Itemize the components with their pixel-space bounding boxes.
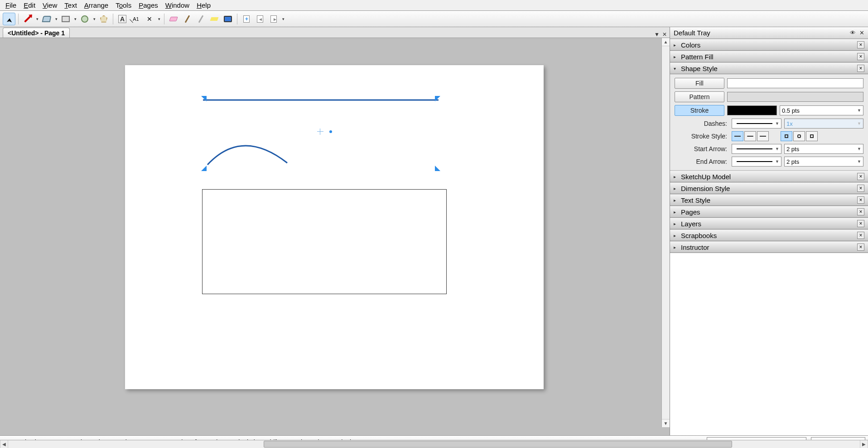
rotation-handle[interactable] xyxy=(329,130,332,133)
pattern-swatch[interactable] xyxy=(727,92,863,102)
line-shape[interactable] xyxy=(203,99,439,101)
line-tool[interactable] xyxy=(21,13,34,25)
panel-colors-close[interactable]: × xyxy=(857,41,864,48)
document-tabstrip: <Untitled> - Page 1 ▼ ✕ xyxy=(0,27,670,38)
polygon-tool[interactable] xyxy=(97,13,110,25)
menu-arrange[interactable]: Arrange xyxy=(81,0,112,10)
menu-file[interactable]: File xyxy=(2,0,20,10)
pattern-toggle[interactable]: Pattern xyxy=(675,91,724,102)
menu-edit[interactable]: Edit xyxy=(20,0,39,10)
end-arrow-dropdown[interactable]: ▼ xyxy=(732,157,781,167)
dimension-tool-dropdown[interactable] xyxy=(157,13,161,25)
menu-tools[interactable]: Tools xyxy=(112,0,135,10)
menu-window[interactable]: Window xyxy=(162,0,193,10)
stroke-toggle[interactable]: Stroke xyxy=(675,105,724,116)
dashes-dropdown[interactable]: ▼ xyxy=(732,119,781,129)
rectangle-shape[interactable] xyxy=(202,189,447,294)
prev-page-button[interactable]: ◄ xyxy=(254,13,266,25)
fill-swatch[interactable] xyxy=(727,78,863,88)
menu-pages[interactable]: Pages xyxy=(135,0,162,10)
toolbar: A A1 ✕ + ◄ ► xyxy=(0,11,868,27)
panel-dimension-close[interactable]: × xyxy=(857,185,864,192)
next-page-button[interactable]: ► xyxy=(267,13,280,25)
line-tool-dropdown[interactable] xyxy=(35,13,39,25)
selection-handle-tr[interactable] xyxy=(435,96,440,101)
end-arrow-size-dropdown[interactable]: 2 pts▼ xyxy=(784,157,863,167)
page-nav-dropdown[interactable] xyxy=(281,13,285,25)
cap-square[interactable] xyxy=(757,131,769,141)
scroll-right-icon[interactable]: ▶ xyxy=(860,440,868,448)
horizontal-scrollbar[interactable]: ◀ ▶ xyxy=(0,440,868,448)
scroll-down-icon[interactable]: ▼ xyxy=(662,419,670,427)
panel-dimension-style[interactable]: ▸Dimension Style× xyxy=(670,182,868,194)
split-tool[interactable] xyxy=(194,13,207,25)
panel-shape-style-close[interactable]: × xyxy=(857,65,864,72)
scroll-left-icon[interactable]: ◀ xyxy=(0,440,8,448)
select-tool[interactable] xyxy=(3,13,15,25)
canvas-area[interactable]: ▲ ▼ xyxy=(0,38,670,435)
vertical-scrollbar[interactable]: ▲ ▼ xyxy=(661,38,670,427)
circle-tool-dropdown[interactable] xyxy=(92,13,96,25)
panel-instructor-close[interactable]: × xyxy=(857,243,864,251)
rectangle-tool-dropdown[interactable] xyxy=(73,13,77,25)
fill-toggle[interactable]: Fill xyxy=(675,78,724,89)
dimension-tool[interactable]: ✕ xyxy=(143,13,156,25)
panel-scrapbooks-close[interactable]: × xyxy=(857,232,864,239)
dash-scale-dropdown[interactable]: 1x▼ xyxy=(784,119,863,129)
hscroll-thumb[interactable] xyxy=(264,441,732,448)
label-tool[interactable]: A1 xyxy=(130,13,142,25)
join-tool[interactable] xyxy=(208,13,221,25)
panel-sketchup-close[interactable]: × xyxy=(857,173,864,180)
panel-layers[interactable]: ▸Layers× xyxy=(670,218,868,229)
panel-instructor[interactable]: ▸Instructor× xyxy=(670,241,868,253)
panel-colors[interactable]: ▸Colors× xyxy=(670,39,868,51)
style-tool[interactable] xyxy=(181,13,193,25)
arc-tool[interactable] xyxy=(40,13,53,25)
panel-pattern-fill[interactable]: ▸Pattern Fill× xyxy=(670,51,868,62)
tray-panel: Default Tray 👁 ✕ ▸Colors× ▸Pattern Fill×… xyxy=(670,27,868,435)
stroke-width-dropdown[interactable]: 0.5 pts▼ xyxy=(780,105,863,115)
arc-shape[interactable] xyxy=(206,136,292,167)
rectangle-tool[interactable] xyxy=(59,13,72,25)
panel-pages-close[interactable]: × xyxy=(857,208,864,215)
panel-text-close[interactable]: × xyxy=(857,196,864,204)
start-arrow-label: Start Arrow: xyxy=(675,145,729,153)
selection-handle-br[interactable] xyxy=(435,166,440,171)
panel-shape-style[interactable]: ▾Shape Style× xyxy=(670,62,868,74)
panel-sketchup-model[interactable]: ▸SketchUp Model× xyxy=(670,171,868,182)
tray-title: Default Tray 👁 ✕ xyxy=(670,27,868,39)
start-arrow-dropdown[interactable]: ▼ xyxy=(732,144,781,154)
join-miter[interactable] xyxy=(781,131,792,141)
menu-view[interactable]: View xyxy=(39,0,61,10)
cap-flat[interactable] xyxy=(732,131,743,141)
join-round[interactable] xyxy=(793,131,805,141)
panel-scrapbooks[interactable]: ▸Scrapbooks× xyxy=(670,229,868,241)
menubar: File Edit View Text Arrange Tools Pages … xyxy=(0,0,868,11)
panel-layers-close[interactable]: × xyxy=(857,220,864,227)
stroke-style-label: Stroke Style: xyxy=(675,133,729,140)
start-arrow-size-dropdown[interactable]: 2 pts▼ xyxy=(784,144,863,154)
tab-close-icon[interactable]: ✕ xyxy=(662,31,667,38)
selection-handle-tl[interactable] xyxy=(201,96,207,101)
presentation-tool[interactable] xyxy=(222,13,234,25)
panel-pages[interactable]: ▸Pages× xyxy=(670,206,868,218)
cap-round[interactable] xyxy=(744,131,756,141)
add-page-button[interactable]: + xyxy=(240,13,253,25)
tray-close-icon[interactable]: ✕ xyxy=(859,29,864,36)
stroke-swatch[interactable] xyxy=(727,105,777,115)
join-bevel[interactable] xyxy=(806,131,818,141)
arc-tool-dropdown[interactable] xyxy=(54,13,58,25)
tab-dropdown-icon[interactable]: ▼ xyxy=(654,31,660,38)
circle-tool[interactable] xyxy=(78,13,91,25)
panel-text-style[interactable]: ▸Text Style× xyxy=(670,194,868,206)
page-canvas[interactable] xyxy=(125,65,544,389)
menu-text[interactable]: Text xyxy=(61,0,81,10)
menu-help[interactable]: Help xyxy=(193,0,214,10)
eraser-tool[interactable] xyxy=(167,13,180,25)
scroll-up-icon[interactable]: ▲ xyxy=(662,38,670,46)
text-tool[interactable]: A xyxy=(116,13,129,25)
panel-pattern-fill-close[interactable]: × xyxy=(857,53,864,60)
document-tab[interactable]: <Untitled> - Page 1 xyxy=(3,28,70,38)
tray-pin-icon[interactable]: 👁 xyxy=(850,29,856,36)
selection-center-icon[interactable] xyxy=(317,129,323,135)
